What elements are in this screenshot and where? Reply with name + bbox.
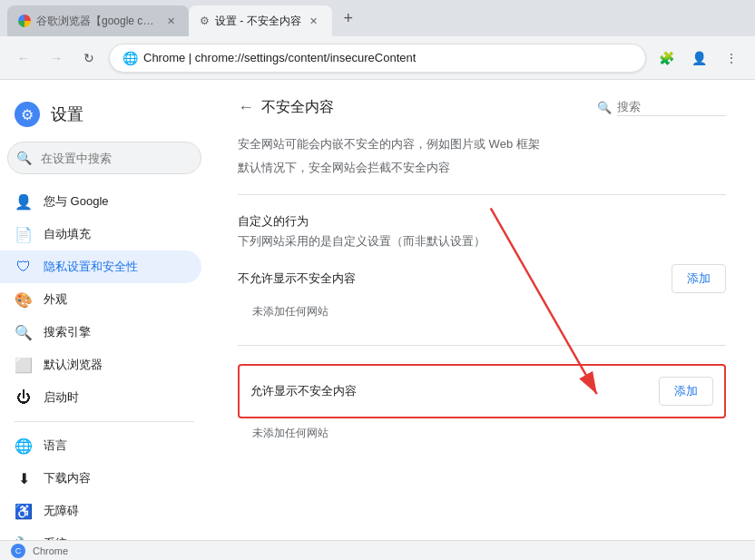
content-area: ← 不安全内容 🔍 安全网站可能会内嵌不安全的内容，例如图片或 Web 框架 默…	[209, 80, 755, 540]
forward-button[interactable]: →	[44, 45, 69, 71]
tab-google-close-icon[interactable]: ✕	[163, 14, 178, 28]
divider1	[238, 194, 726, 195]
allow-add-button[interactable]: 添加	[659, 377, 713, 406]
block-no-site: 未添加任何网站	[238, 297, 726, 327]
accessibility-icon: ♿	[15, 502, 33, 520]
sidebar-item-system[interactable]: 🔧 系统	[0, 527, 201, 540]
sidebar-label-download: 下载内容	[44, 470, 91, 486]
sidebar-label-startup: 启动时	[44, 389, 79, 406]
status-logo-icon: C	[11, 544, 25, 558]
settings-favicon-icon: ⚙	[200, 15, 210, 27]
privacy-icon: 🛡	[15, 258, 33, 276]
sidebar-item-download[interactable]: ⬇ 下载内容	[0, 462, 201, 495]
block-section: 不允许显示不安全内容 添加 未添加任何网站	[238, 264, 726, 327]
sidebar-label-autofill: 自动填充	[44, 226, 91, 242]
sidebar-label-person: 您与 Google	[44, 193, 109, 210]
tab-settings[interactable]: ⚙ 设置 - 不安全内容 ✕	[189, 5, 332, 36]
language-icon: 🌐	[15, 437, 33, 455]
search-engine-icon: 🔍	[15, 323, 33, 341]
sidebar-item-language[interactable]: 🌐 语言	[0, 429, 201, 462]
browser-frame: 谷歌浏览器【google chrome】 ✕ ⚙ 设置 - 不安全内容 ✕ + …	[0, 0, 755, 560]
block-permission-row: 不允许显示不安全内容 添加	[238, 264, 726, 293]
block-label: 不允许显示不安全内容	[238, 270, 356, 287]
breadcrumb-back-icon[interactable]: ←	[238, 98, 254, 117]
tab-settings-title: 设置 - 不安全内容	[215, 14, 301, 29]
sidebar-search-icon: 🔍	[16, 151, 32, 165]
menu-button[interactable]: ⋮	[719, 45, 744, 71]
custom-behavior-desc: 下列网站采用的是自定义设置（而非默认设置）	[238, 233, 726, 250]
sidebar-label-browser: 默认浏览器	[44, 357, 103, 373]
sidebar-search-box[interactable]: 🔍	[7, 142, 201, 174]
settings-logo-icon: ⚙	[15, 102, 40, 127]
tab-google[interactable]: 谷歌浏览器【google chrome】 ✕	[7, 5, 189, 36]
download-icon: ⬇	[15, 469, 33, 487]
sidebar-title: 设置	[51, 103, 83, 125]
sidebar-item-privacy[interactable]: 🛡 隐私设置和安全性	[0, 251, 201, 283]
appearance-icon: 🎨	[15, 290, 33, 309]
url-bar[interactable]: 🌐 Chrome | chrome://settings/content/ins…	[109, 44, 646, 73]
url-text: Chrome | chrome://settings/content/insec…	[143, 51, 632, 64]
extensions-button[interactable]: 🧩	[653, 45, 679, 71]
main-area: ⚙ 设置 🔍 👤 您与 Google 📄 自动填充 🛡 隐私设置和安全性	[0, 80, 755, 540]
new-tab-button[interactable]: +	[336, 5, 361, 31]
divider2	[238, 345, 726, 346]
block-add-button[interactable]: 添加	[672, 264, 726, 293]
profile-button[interactable]: 👤	[686, 45, 711, 71]
autofill-icon: 📄	[15, 225, 33, 243]
sidebar-label-appearance: 外观	[44, 291, 67, 308]
startup-icon: ⏻	[15, 388, 33, 407]
allow-no-site: 未添加任何网站	[238, 418, 726, 448]
status-bar: C Chrome	[0, 540, 755, 560]
breadcrumb: ← 不安全内容 🔍	[238, 98, 726, 117]
refresh-button[interactable]: ↻	[76, 45, 102, 71]
sidebar-item-appearance[interactable]: 🎨 外观	[0, 283, 201, 316]
sidebar-item-autofill[interactable]: 📄 自动填充	[0, 218, 201, 251]
content-search-right: 🔍	[597, 100, 726, 116]
sidebar-label-accessibility: 无障碍	[44, 503, 79, 519]
sidebar-item-search[interactable]: 🔍 搜索引擎	[0, 316, 201, 349]
sidebar: ⚙ 设置 🔍 👤 您与 Google 📄 自动填充 🛡 隐私设置和安全性	[0, 80, 209, 540]
allow-label: 允许显示不安全内容	[250, 383, 357, 399]
sidebar-search-input[interactable]	[7, 142, 201, 174]
allow-section: 允许显示不安全内容 添加	[238, 364, 726, 418]
desc2: 默认情况下，安全网站会拦截不安全内容	[238, 159, 726, 177]
tab-settings-close-icon[interactable]: ✕	[307, 14, 321, 28]
sidebar-label-search: 搜索引擎	[44, 324, 91, 340]
sidebar-label-privacy: 隐私设置和安全性	[44, 259, 138, 275]
content-relative: ← 不安全内容 🔍 安全网站可能会内嵌不安全的内容，例如图片或 Web 框架 默…	[209, 80, 755, 540]
custom-behavior-label: 自定义的行为	[238, 213, 726, 230]
address-bar: ← → ↻ 🌐 Chrome | chrome://settings/conte…	[0, 36, 755, 80]
secure-icon: 🌐	[123, 51, 138, 65]
sidebar-header: ⚙ 设置	[0, 94, 209, 142]
default-browser-icon: ⬜	[15, 356, 33, 374]
content-search-input[interactable]	[617, 100, 726, 116]
chrome-favicon-icon	[18, 15, 31, 27]
content-inner: ← 不安全内容 🔍 安全网站可能会内嵌不安全的内容，例如图片或 Web 框架 默…	[209, 80, 755, 467]
person-icon: 👤	[15, 192, 33, 211]
breadcrumb-title: 不安全内容	[261, 98, 334, 117]
sidebar-item-browser[interactable]: ⬜ 默认浏览器	[0, 349, 201, 381]
sidebar-item-startup[interactable]: ⏻ 启动时	[0, 381, 201, 414]
sidebar-item-person[interactable]: 👤 您与 Google	[0, 185, 201, 218]
sidebar-item-accessibility[interactable]: ♿ 无障碍	[0, 495, 201, 527]
sidebar-label-language: 语言	[44, 437, 67, 454]
back-button[interactable]: ←	[11, 45, 36, 71]
tab-google-title: 谷歌浏览器【google chrome】	[36, 14, 158, 29]
desc1: 安全网站可能会内嵌不安全的内容，例如图片或 Web 框架	[238, 135, 726, 153]
content-search-icon: 🔍	[597, 101, 612, 114]
tab-bar: 谷歌浏览器【google chrome】 ✕ ⚙ 设置 - 不安全内容 ✕ +	[0, 0, 755, 36]
status-text: Chrome	[33, 545, 68, 556]
